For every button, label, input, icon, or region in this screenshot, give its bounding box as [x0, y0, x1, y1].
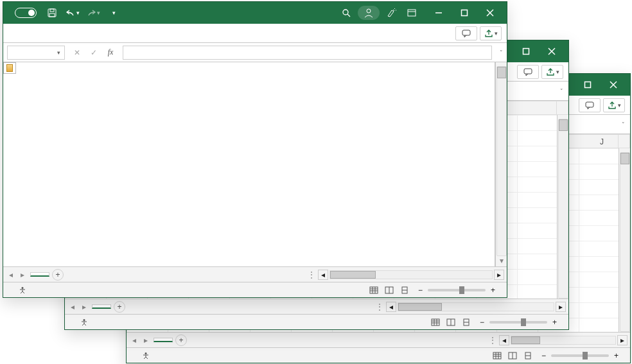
ribbon-display-button[interactable] — [403, 6, 421, 20]
svg-point-35 — [367, 9, 371, 13]
formula-input[interactable] — [123, 46, 492, 60]
cancel-entry-button[interactable]: ✕ — [70, 46, 84, 60]
hscroll-track[interactable] — [398, 302, 554, 311]
view-buttons[interactable] — [431, 318, 471, 326]
share-button[interactable]: ▾ — [480, 26, 502, 40]
paste-options-button[interactable] — [3, 62, 16, 74]
share-button[interactable]: ▾ — [603, 98, 625, 112]
svg-rect-19 — [524, 69, 532, 74]
accessibility-icon — [19, 286, 26, 294]
hscroll-left[interactable]: ◂ — [499, 335, 509, 345]
share-button[interactable]: ▾ — [541, 65, 563, 79]
excel-window-1: ▾ ▾ ▾ ▾ ▾ ✕ ✓ fx ˅ — [3, 1, 507, 298]
tab-next-button[interactable]: ▸ — [79, 302, 89, 312]
sheet-tab[interactable] — [30, 272, 49, 277]
close-button[interactable] — [601, 76, 626, 94]
sheet-tab-bar: ◂▸ + ⋮ ◂ ▸ — [127, 332, 630, 347]
svg-line-34 — [347, 14, 350, 17]
sheet-tab-bar: ◂▸ + ⋮ ◂ ▸ — [65, 299, 568, 314]
tab-next-button[interactable]: ▸ — [17, 270, 28, 280]
status-bar: −+ — [65, 314, 568, 329]
close-button[interactable] — [477, 4, 503, 22]
hscroll-left[interactable]: ◂ — [318, 270, 328, 280]
svg-rect-39 — [462, 10, 468, 16]
vertical-scrollbar[interactable] — [619, 148, 630, 332]
view-buttons[interactable] — [369, 286, 409, 294]
accessibility-icon — [80, 318, 88, 326]
confirm-entry-button[interactable]: ✓ — [87, 46, 101, 60]
comments-button[interactable] — [517, 65, 539, 79]
hscroll-right[interactable]: ▸ — [494, 270, 504, 280]
svg-rect-31 — [50, 9, 54, 12]
titlebar[interactable]: ▾ ▾ ▾ — [3, 2, 507, 24]
fx-button[interactable]: fx — [103, 46, 118, 60]
tab-prev-button[interactable]: ◂ — [129, 335, 139, 345]
svg-rect-44 — [370, 287, 378, 293]
close-button[interactable] — [539, 42, 565, 60]
svg-point-5 — [145, 352, 147, 354]
sheet-tab-bar: ◂▸ + ⋮ ◂ ▸ — [3, 266, 507, 282]
hscroll-track[interactable] — [511, 336, 616, 345]
coming-soon-button[interactable] — [382, 6, 400, 20]
formula-bar: ▾ ✕ ✓ fx ˅ — [3, 43, 507, 62]
status-bar: −+ — [127, 347, 630, 363]
hscroll-left[interactable]: ◂ — [386, 302, 396, 312]
undo-button[interactable]: ▾ — [64, 6, 82, 20]
svg-rect-6 — [493, 352, 501, 359]
svg-rect-16 — [523, 49, 529, 55]
maximize-button[interactable] — [575, 76, 601, 94]
status-bar: −+ — [3, 282, 507, 297]
hscroll-track[interactable] — [329, 270, 493, 279]
svg-rect-32 — [49, 13, 55, 17]
vertical-scrollbar[interactable] — [557, 115, 568, 299]
vertical-scrollbar[interactable]: ▾ — [495, 62, 507, 266]
svg-point-33 — [343, 10, 348, 15]
autosave-toggle[interactable] — [7, 8, 40, 18]
sheet-tab[interactable] — [92, 304, 111, 309]
svg-point-43 — [22, 287, 24, 289]
add-sheet-button[interactable]: + — [175, 334, 187, 346]
account-button[interactable] — [358, 6, 380, 20]
svg-rect-21 — [432, 319, 439, 325]
maximize-button[interactable] — [452, 4, 477, 22]
qat-customize-button[interactable]: ▾ — [105, 6, 123, 20]
ribbon-tabs: ▾ — [3, 24, 507, 43]
save-button[interactable] — [43, 6, 61, 20]
view-buttons[interactable] — [493, 352, 532, 360]
maximize-button[interactable] — [513, 42, 539, 60]
hscroll-right[interactable]: ▸ — [617, 335, 628, 345]
svg-rect-1 — [585, 82, 591, 88]
search-button[interactable] — [337, 6, 355, 20]
zoom-control[interactable]: −+ — [480, 318, 562, 327]
svg-point-20 — [83, 319, 85, 321]
accessibility-icon — [142, 352, 150, 360]
sheet-area: ▾ — [3, 62, 507, 266]
tab-prev-button[interactable]: ◂ — [67, 302, 78, 312]
hscroll-right[interactable]: ▸ — [556, 302, 566, 312]
sheet-tab[interactable] — [154, 338, 173, 342]
svg-rect-36 — [408, 10, 416, 16]
name-box[interactable]: ▾ — [7, 46, 65, 60]
zoom-control[interactable]: −+ — [418, 286, 500, 295]
add-sheet-button[interactable]: + — [52, 269, 64, 281]
comments-button[interactable] — [455, 26, 477, 40]
zoom-control[interactable]: −+ — [541, 351, 624, 360]
tab-prev-button[interactable]: ◂ — [6, 270, 16, 280]
add-sheet-button[interactable]: + — [114, 301, 125, 313]
svg-rect-42 — [462, 30, 470, 35]
comments-button[interactable] — [579, 98, 601, 112]
redo-button[interactable]: ▾ — [84, 6, 102, 20]
tab-next-button[interactable]: ▸ — [141, 335, 151, 345]
minimize-button[interactable] — [426, 4, 452, 22]
svg-rect-4 — [586, 102, 593, 107]
